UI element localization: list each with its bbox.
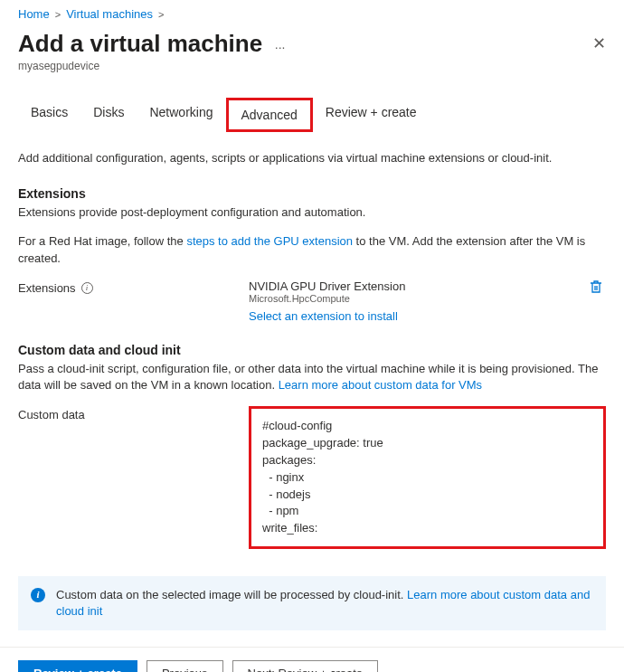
select-extension-link[interactable]: Select an extension to install bbox=[249, 309, 606, 323]
customdata-desc: Pass a cloud-init script, configuration … bbox=[18, 361, 606, 393]
gpu-extension-link[interactable]: steps to add the GPU extension bbox=[186, 234, 353, 248]
tab-networking[interactable]: Networking bbox=[137, 98, 225, 132]
breadcrumb-vms[interactable]: Virtual machines bbox=[66, 7, 153, 21]
review-create-button[interactable]: Review + create bbox=[18, 660, 137, 672]
more-menu-icon[interactable]: ··· bbox=[275, 40, 286, 54]
device-subtitle: myasegpudevice bbox=[18, 60, 606, 72]
footer: Review + create Previous Next: Review + … bbox=[0, 648, 624, 672]
customdata-label: Custom data bbox=[18, 408, 85, 421]
extension-item-name: NVIDIA GPU Driver Extension bbox=[249, 279, 590, 293]
tab-disks[interactable]: Disks bbox=[80, 98, 137, 132]
extensions-label: Extensions bbox=[18, 281, 76, 295]
chevron-right-icon: > bbox=[55, 9, 61, 20]
next-button[interactable]: Next: Review + create bbox=[232, 660, 379, 672]
info-banner: i Custom data on the selected image will… bbox=[18, 576, 606, 630]
breadcrumb: Home > Virtual machines > bbox=[18, 7, 606, 21]
banner-text: Custom data on the selected image will b… bbox=[56, 588, 407, 601]
info-icon: i bbox=[31, 588, 45, 602]
info-icon[interactable]: i bbox=[81, 282, 93, 294]
extensions-desc: Extensions provide post-deployment confi… bbox=[18, 204, 606, 221]
page-title: Add a virtual machine bbox=[18, 30, 262, 57]
tabs: Basics Disks Networking Advanced Review … bbox=[18, 98, 606, 132]
extensions-redhat-text: For a Red Hat image, follow the steps to… bbox=[18, 233, 606, 266]
customdata-learn-link[interactable]: Learn more about custom data for VMs bbox=[279, 378, 482, 392]
breadcrumb-home[interactable]: Home bbox=[18, 7, 50, 21]
extensions-heading: Extensions bbox=[18, 186, 606, 201]
tab-review[interactable]: Review + create bbox=[313, 98, 430, 132]
delete-extension-icon[interactable] bbox=[590, 279, 606, 298]
tab-advanced[interactable]: Advanced bbox=[226, 98, 313, 132]
extension-item-publisher: Microsoft.HpcCompute bbox=[249, 293, 590, 304]
tab-basics[interactable]: Basics bbox=[18, 98, 80, 132]
intro-text: Add additional configuration, agents, sc… bbox=[18, 150, 606, 166]
previous-button[interactable]: Previous bbox=[147, 660, 223, 672]
customdata-textarea[interactable]: #cloud-config package_upgrade: true pack… bbox=[249, 406, 606, 549]
customdata-heading: Custom data and cloud init bbox=[18, 343, 606, 357]
close-icon[interactable]: ✕ bbox=[592, 30, 606, 53]
chevron-right-icon: > bbox=[158, 9, 164, 20]
